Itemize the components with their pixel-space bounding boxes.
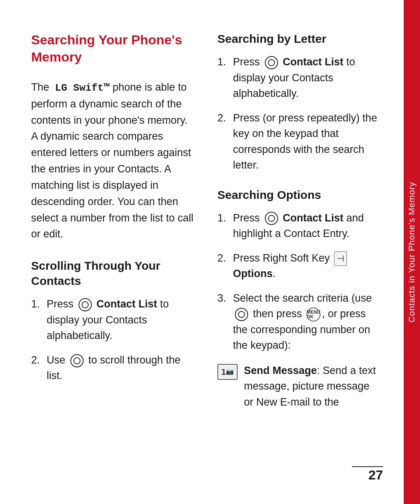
options-item-1: 1. Press Contact List and highlight a Co… [217, 210, 380, 242]
side-tab-label: Contacts in Your Phone's Memory [407, 182, 417, 323]
contact-list-icon-1 [79, 298, 92, 311]
scroll-item-2: 2. Use to scroll through the list. [31, 352, 194, 384]
list-number-1: 1. [31, 296, 47, 312]
list-number-2: 2. [31, 352, 47, 368]
scrolling-block: Scrolling Through Your Contacts 1. Press… [31, 258, 194, 384]
main-section-title: Searching Your Phone's Memory [31, 31, 194, 65]
options-item-3: 3. Select the search criteria (use then … [217, 290, 380, 353]
intro-block: The LG Swift™ phone is able to perform a… [31, 79, 194, 242]
by-letter-num-2: 2. [217, 110, 233, 126]
options-content-1: Press Contact List and highlight a Conta… [233, 210, 380, 242]
options-title: Searching Options [217, 187, 380, 202]
scrolling-title: Scrolling Through Your Contacts [31, 258, 194, 288]
options-num-1: 1. [217, 210, 233, 226]
main-title-block: Searching Your Phone's Memory [31, 31, 194, 65]
page-number: 27 [368, 467, 383, 483]
options-item-2: 2. Press Right Soft Key ⊣ Options. [217, 250, 380, 282]
nav-icon [235, 308, 248, 321]
page-divider [352, 466, 383, 467]
list-content-1: Press Contact List to display your Conta… [47, 296, 194, 344]
right-soft-key-icon: ⊣ [334, 251, 347, 266]
right-column: Searching by Letter 1. Press Contact Lis… [217, 31, 380, 473]
options-num-2: 2. [217, 250, 233, 266]
options-block: Searching Options 1. Press Contact List … [217, 187, 380, 410]
by-letter-item-2: 2. Press (or press repeatedly) the key o… [217, 110, 380, 173]
left-column: Searching Your Phone's Memory The LG Swi… [31, 31, 194, 473]
number-key-1: 1 📷 [217, 364, 238, 380]
menu-key-icon: MENUOK [306, 307, 320, 321]
side-tab: Contacts in Your Phone's Memory [404, 0, 420, 504]
scroll-icon [70, 354, 84, 367]
by-letter-num-1: 1. [217, 54, 233, 70]
by-letter-content-1: Press Contact List to display your Conta… [233, 54, 380, 102]
by-letter-title: Searching by Letter [217, 31, 380, 46]
page-container: Searching Your Phone's Memory The LG Swi… [0, 0, 420, 504]
options-num-3: 3. [217, 290, 233, 306]
send-message-row: 1 📷 Send Message: Send a text message, p… [217, 363, 380, 410]
by-letter-item-1: 1. Press Contact List to display your Co… [217, 54, 380, 102]
options-content-2: Press Right Soft Key ⊣ Options. [233, 250, 380, 282]
contact-list-icon-2 [265, 56, 278, 69]
contact-list-icon-3 [265, 212, 278, 225]
intro-text: The LG Swift™ phone is able to perform a… [31, 79, 194, 242]
by-letter-content-2: Press (or press repeatedly) the key on t… [233, 110, 380, 173]
by-letter-block: Searching by Letter 1. Press Contact Lis… [217, 31, 380, 173]
options-content-3: Select the search criteria (use then pre… [233, 290, 380, 353]
main-content: Searching Your Phone's Memory The LG Swi… [0, 0, 404, 504]
send-message-key-icon: 1 📷 [217, 364, 239, 380]
send-message-content: Send Message: Send a text message, pictu… [244, 363, 380, 410]
list-content-2: Use to scroll through the list. [47, 352, 194, 384]
scroll-item-1: 1. Press Contact List to display your Co… [31, 296, 194, 344]
